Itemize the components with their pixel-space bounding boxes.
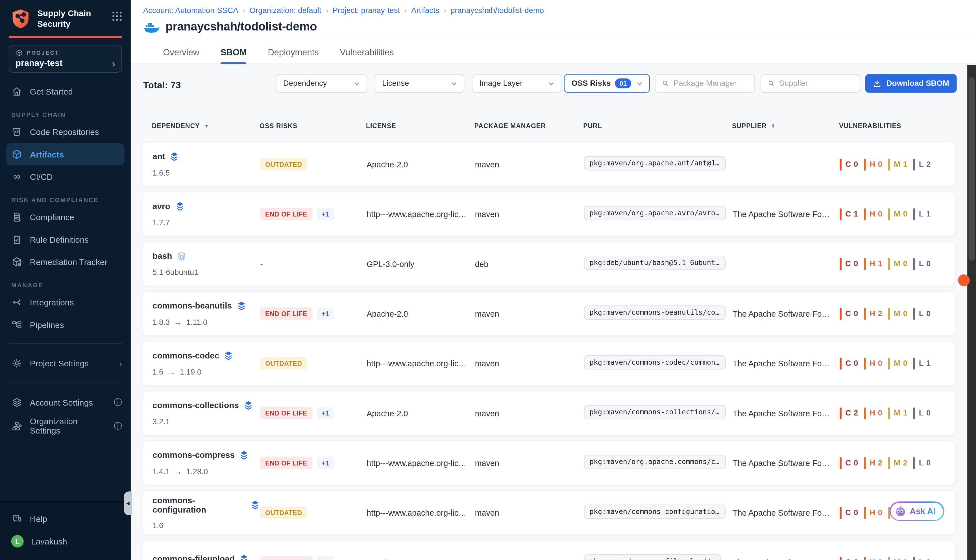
purl-chip[interactable]: pkg:maven/commons-beanutils/comm…: [584, 305, 726, 320]
project-selector[interactable]: PROJECT pranay-test ›: [9, 45, 122, 73]
scrollbar-thumb[interactable]: [969, 77, 975, 260]
sidebar-item-artifacts[interactable]: Artifacts: [6, 143, 125, 165]
purl-chip[interactable]: pkg:maven/org.apache.avro/avro@1…: [584, 205, 726, 220]
version-current: 3.2.1: [152, 417, 170, 426]
vulnerabilities-cell: C 0H 1M 0L 0: [839, 258, 956, 270]
license-cell: http---www.apache.org-lice…: [367, 508, 475, 517]
severity-bar: [864, 308, 866, 320]
oss-risks-cell: END OF LIFE+1: [260, 556, 367, 560]
package-manager-cell: maven: [475, 210, 584, 219]
sidebar-item-label: Account Settings: [30, 398, 107, 407]
more-risks-badge[interactable]: +1: [317, 208, 334, 220]
license-cell: GPL-3.0-only: [367, 259, 475, 268]
severity-l-count: L 0: [913, 557, 931, 560]
risk-badge: -: [260, 259, 263, 268]
sidebar-item-organization-settings[interactable]: Organization Settingsⓘ: [0, 414, 131, 438]
purl-chip[interactable]: pkg:maven/commons-codec/commons-…: [584, 355, 726, 369]
table-row[interactable]: commons-fileuploadEND OF LIFE+1Apache-2.…: [142, 540, 956, 560]
purl-chip[interactable]: pkg:maven/org.apache.commons/com…: [584, 455, 726, 469]
severity-label: C 2: [845, 409, 858, 417]
sidebar-item-integrations[interactable]: Integrations: [0, 291, 131, 313]
severity-bar: [913, 308, 915, 320]
help-button[interactable]: ? Help: [0, 508, 131, 530]
severity-h-count: H 2: [864, 308, 883, 320]
purl-chip[interactable]: pkg:maven/commons-collections/co…: [584, 405, 726, 419]
sidebar-item-pipelines[interactable]: Pipelines: [0, 313, 131, 336]
severity-bar: [913, 258, 915, 270]
dependency-version: 1.4.1→1.28.0: [152, 467, 260, 476]
severity-label: M 0: [894, 558, 908, 560]
sidebar-nav: Get StartedSUPPLY CHAINCode Repositories…: [0, 80, 131, 501]
oss-risks-cell: OUTDATED: [260, 357, 367, 370]
sidebar-item-compliance[interactable]: Compliance: [0, 206, 131, 228]
risk-badge: OUTDATED: [260, 507, 307, 519]
sidebar-collapse-handle[interactable]: ◀: [124, 492, 132, 515]
sidebar-item-remediation-tracker[interactable]: Remediation Tracker: [0, 251, 131, 273]
oss-risks-cell: END OF LIFE+1: [260, 457, 367, 469]
more-risks-badge[interactable]: +1: [317, 457, 334, 469]
package-manager-cell: maven: [475, 359, 584, 368]
layers-filled-icon: [239, 554, 249, 560]
sidebar-item-label: Artifacts: [30, 150, 64, 159]
sidebar-section-label: SUPPLY CHAIN: [0, 103, 131, 121]
user-menu[interactable]: L Lavakush: [0, 530, 131, 552]
more-risks-badge[interactable]: +1: [317, 307, 334, 320]
table-row[interactable]: commons-configuration1.6OUTDATEDhttp---w…: [142, 490, 956, 535]
license-cell: Apache-2.0: [367, 408, 475, 418]
dependency-name: avro: [152, 202, 170, 211]
dependency-cell: commons-beanutils1.8.3→1.11.0: [152, 292, 260, 335]
severity-m-count: M 0: [888, 557, 908, 560]
severity-label: C 0: [845, 458, 858, 467]
table-row[interactable]: commons-codec1.6→1.19.0OUTDATEDhttp---ww…: [142, 341, 956, 386]
severity-c-count: C 0: [839, 357, 858, 369]
purl-chip[interactable]: pkg:maven/commons-configuration/…: [584, 504, 726, 518]
severity-bar: [913, 357, 915, 369]
oss-risks-cell: OUTDATED: [260, 158, 367, 170]
severity-bar: [888, 258, 890, 270]
severity-bar: [888, 308, 890, 320]
dependency-cell: ant1.6.5: [152, 143, 260, 186]
dependency-cell: commons-collections3.2.1: [152, 391, 260, 435]
purl-chip[interactable]: pkg:maven/commons-fileupload/…: [584, 554, 721, 560]
severity-bar: [888, 557, 890, 560]
version-target: 1.28.0: [186, 467, 208, 476]
severity-label: M 0: [894, 210, 908, 218]
table-row[interactable]: commons-beanutils1.8.3→1.11.0END OF LIFE…: [142, 291, 956, 336]
ask-ai-button[interactable]: Ask AI: [889, 502, 944, 521]
purl-chip[interactable]: pkg:deb/ubuntu/bash@5.1-6ubuntu1: [584, 255, 726, 270]
sidebar-item-account-settings[interactable]: Account Settingsⓘ: [0, 391, 131, 414]
sidebar-item-ci-cd[interactable]: ∞CI/CD: [0, 165, 131, 188]
package-manager-cell: maven: [475, 408, 584, 418]
dependency-name-row: bash: [152, 251, 260, 261]
module-grid-icon[interactable]: [111, 10, 123, 22]
severity-label: L 0: [919, 409, 931, 417]
severity-label: H 1: [869, 259, 883, 268]
more-risks-badge[interactable]: +1: [317, 407, 334, 419]
more-risks-badge[interactable]: +1: [317, 556, 334, 560]
sidebar-item-label: Get Started: [30, 87, 73, 96]
pipelines-icon: [11, 319, 23, 330]
severity-bar: [864, 158, 866, 170]
supplier-cell: The Apache Software Foun…: [732, 210, 839, 219]
sidebar-item-get-started[interactable]: Get Started: [0, 80, 131, 102]
purl-cell: pkg:maven/org.apache.ant/ant@1.6…: [584, 156, 732, 173]
vertical-scrollbar[interactable]: [967, 65, 976, 560]
supplier-cell: The Apache Software Foun…: [732, 458, 839, 467]
table-row[interactable]: avro1.7.7END OF LIFE+1http---www.apache.…: [142, 192, 956, 237]
table-row[interactable]: commons-compress1.4.1→1.28.0END OF LIFE+…: [142, 441, 956, 485]
severity-m-count: M 0: [888, 208, 908, 220]
sidebar-item-rule-definitions[interactable]: Rule Definitions: [0, 228, 131, 251]
vulnerabilities-cell: C 2H 0M 1L 0: [839, 407, 956, 419]
table-row[interactable]: bash5.1-6ubuntu1-GPL-3.0-onlydebpkg:deb/…: [142, 241, 956, 286]
scroll-marker-dot: [958, 274, 970, 286]
table-row[interactable]: ant1.6.5OUTDATEDApache-2.0mavenpkg:maven…: [142, 142, 956, 187]
severity-bar: [888, 457, 890, 469]
risk-badge: OUTDATED: [260, 357, 307, 370]
sidebar-item-project-settings[interactable]: Project Settings›: [0, 352, 131, 375]
avatar: L: [11, 535, 24, 548]
sidebar-item-code-repositories[interactable]: Code Repositories: [0, 121, 131, 143]
purl-chip[interactable]: pkg:maven/org.apache.ant/ant@1.6…: [584, 156, 726, 170]
severity-bar: [913, 158, 915, 170]
table-row[interactable]: commons-collections3.2.1END OF LIFE+1Apa…: [142, 391, 956, 435]
version-current: 1.7.7: [152, 218, 170, 227]
